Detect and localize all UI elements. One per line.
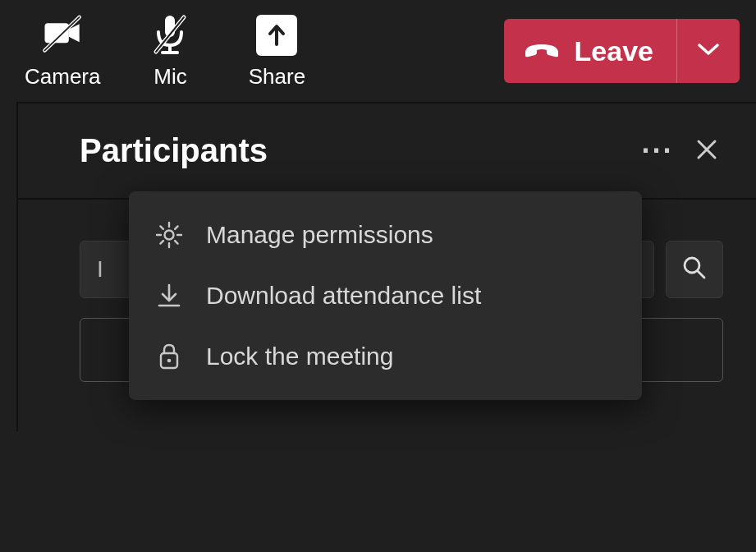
meeting-toolbar: Camera Mic Share: [0, 0, 756, 102]
panel-body: I: [16, 198, 756, 431]
mic-label: Mic: [153, 64, 186, 90]
leave-label: Leave: [575, 35, 653, 67]
camera-button[interactable]: Camera: [25, 12, 100, 90]
more-options-button[interactable]: ···: [641, 135, 674, 168]
invite-input-text: I: [97, 256, 103, 283]
more-horizontal-icon: ···: [641, 136, 673, 166]
search-icon: [681, 255, 708, 284]
leave-dropdown-button[interactable]: [676, 19, 740, 83]
panel-title: Participants: [80, 132, 625, 169]
participants-panel: Participants ··· I: [0, 102, 756, 431]
participants-context-menu: Manage permissions Download attendance l…: [129, 191, 642, 400]
leave-button[interactable]: Leave: [504, 19, 676, 83]
share-button[interactable]: Share: [240, 12, 314, 90]
menu-item-label: Lock the meeting: [206, 343, 393, 370]
menu-item-label: Manage permissions: [206, 221, 433, 249]
svg-line-21: [175, 226, 178, 229]
svg-line-12: [698, 271, 704, 278]
share-icon: [254, 12, 300, 58]
lock-icon: [153, 341, 185, 372]
camera-label: Camera: [25, 64, 100, 90]
close-icon: [695, 138, 718, 164]
leave-button-group: Leave: [504, 19, 740, 83]
mic-off-icon: [148, 12, 193, 58]
menu-item-download-attendance[interactable]: Download attendance list: [129, 265, 642, 326]
svg-line-20: [160, 241, 163, 244]
svg-point-13: [165, 231, 174, 240]
menu-item-label: Download attendance list: [206, 282, 481, 310]
menu-item-lock-meeting[interactable]: Lock the meeting: [129, 326, 642, 387]
share-label: Share: [249, 64, 305, 90]
phone-hangup-icon: [522, 39, 561, 62]
close-panel-button[interactable]: [690, 135, 723, 168]
search-button[interactable]: [666, 241, 723, 298]
gear-icon: [153, 219, 185, 251]
menu-item-manage-permissions[interactable]: Manage permissions: [129, 205, 642, 265]
panel-header: Participants ···: [16, 102, 756, 198]
camera-off-icon: [40, 12, 85, 58]
mic-button[interactable]: Mic: [133, 12, 207, 90]
svg-point-25: [167, 359, 172, 363]
svg-line-19: [175, 241, 178, 244]
chevron-down-icon: [697, 43, 720, 59]
download-icon: [153, 280, 185, 311]
svg-line-18: [160, 226, 163, 229]
